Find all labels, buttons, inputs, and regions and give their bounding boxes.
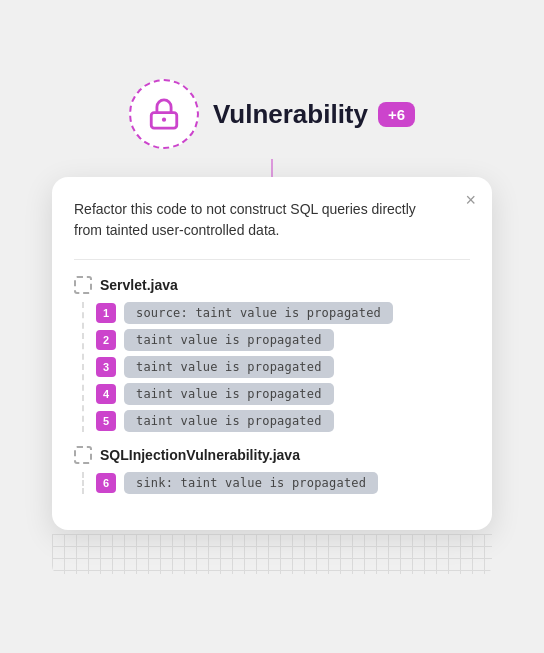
file-section-1: SQLInjectionVulnerability.java6sink: tai… xyxy=(74,446,470,494)
header-area: Vulnerability +6 xyxy=(129,79,415,149)
grid-pattern xyxy=(52,534,492,574)
table-row: 2taint value is propagated xyxy=(96,329,470,351)
line-number-0-4: 5 xyxy=(96,411,116,431)
table-row: 4taint value is propagated xyxy=(96,383,470,405)
line-number-0-3: 4 xyxy=(96,384,116,404)
table-row: 3taint value is propagated xyxy=(96,356,470,378)
code-label-0-0: source: taint value is propagated xyxy=(124,302,393,324)
code-label-0-3: taint value is propagated xyxy=(124,383,334,405)
line-number-1-0: 6 xyxy=(96,473,116,493)
code-lines-1: 6sink: taint value is propagated xyxy=(82,472,470,494)
file-header-1: SQLInjectionVulnerability.java xyxy=(74,446,470,464)
file-icon-0 xyxy=(74,276,92,294)
table-row: 1source: taint value is propagated xyxy=(96,302,470,324)
card-message: Refactor this code to not construct SQL … xyxy=(74,199,470,241)
divider xyxy=(74,259,470,260)
file-icon-1 xyxy=(74,446,92,464)
connector-line xyxy=(271,159,273,177)
vulnerability-badge: +6 xyxy=(378,102,415,127)
page-wrapper: Vulnerability +6 × Refactor this code to… xyxy=(52,79,492,574)
code-label-1-0: sink: taint value is propagated xyxy=(124,472,378,494)
file-header-0: Servlet.java xyxy=(74,276,470,294)
page-title: Vulnerability xyxy=(213,99,368,130)
lock-icon xyxy=(147,97,181,131)
files-container: Servlet.java1source: taint value is prop… xyxy=(74,276,470,494)
table-row: 5taint value is propagated xyxy=(96,410,470,432)
file-name-1: SQLInjectionVulnerability.java xyxy=(100,447,300,463)
code-label-0-1: taint value is propagated xyxy=(124,329,334,351)
table-row: 6sink: taint value is propagated xyxy=(96,472,470,494)
close-button[interactable]: × xyxy=(465,191,476,209)
code-label-0-2: taint value is propagated xyxy=(124,356,334,378)
title-badge-wrapper: Vulnerability +6 xyxy=(213,99,415,130)
code-label-0-4: taint value is propagated xyxy=(124,410,334,432)
file-section-0: Servlet.java1source: taint value is prop… xyxy=(74,276,470,432)
file-name-0: Servlet.java xyxy=(100,277,178,293)
line-number-0-2: 3 xyxy=(96,357,116,377)
svg-point-1 xyxy=(162,118,166,122)
code-lines-0: 1source: taint value is propagated2taint… xyxy=(82,302,470,432)
lock-icon-circle xyxy=(129,79,199,149)
line-number-0-1: 2 xyxy=(96,330,116,350)
main-card: × Refactor this code to not construct SQ… xyxy=(52,177,492,530)
line-number-0-0: 1 xyxy=(96,303,116,323)
